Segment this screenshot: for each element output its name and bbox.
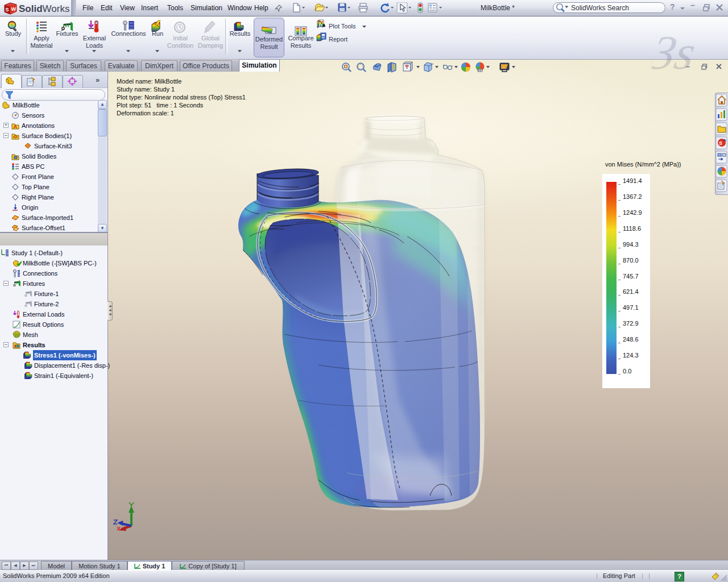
svg-text:W: W bbox=[11, 6, 16, 12]
svg-text:SolidWorks: SolidWorks bbox=[19, 3, 69, 14]
svg-text:A: A bbox=[14, 124, 18, 130]
svg-text:S: S bbox=[719, 140, 722, 146]
svg-text:S: S bbox=[6, 7, 9, 13]
